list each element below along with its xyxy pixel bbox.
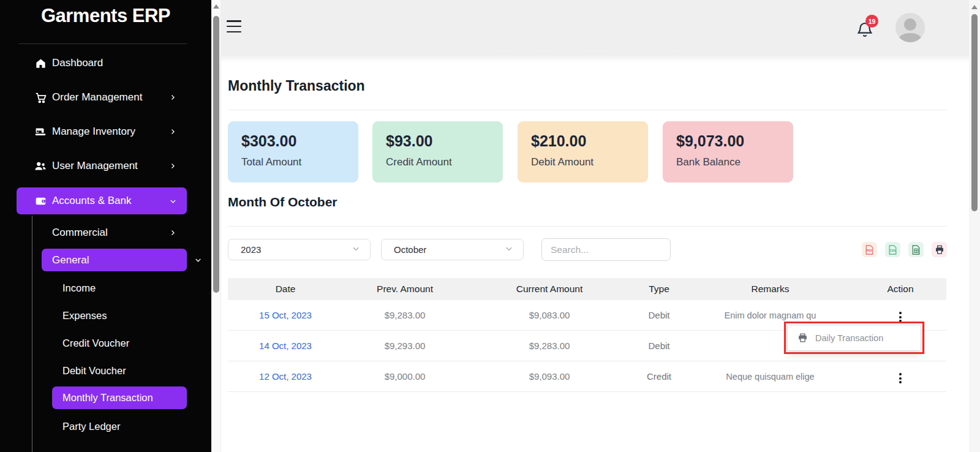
cart-icon <box>34 91 47 104</box>
sidebar-item-monthly-transaction[interactable]: Monthly Transaction <box>52 386 187 409</box>
sidebar-item-label: Dashboard <box>52 57 103 69</box>
brand-logo: Garments ERP <box>0 5 211 27</box>
stat-card-total-amount: $303.00 Total Amount <box>228 121 358 183</box>
chevron-down-icon <box>505 244 513 255</box>
stat-value: $9,073.00 <box>676 132 793 150</box>
prev-amount-cell: $9,000.00 <box>343 371 467 382</box>
svg-text:CSV: CSV <box>889 249 896 252</box>
current-amount-cell: $9,093.00 <box>467 371 632 382</box>
excel-export-button[interactable] <box>908 242 924 257</box>
search-input[interactable] <box>541 238 671 261</box>
chevron-right-icon <box>169 93 178 102</box>
col-header-date: Date <box>228 284 343 295</box>
topbar-shadow <box>221 54 969 62</box>
col-header-prev-amount: Prev. Amount <box>343 284 467 295</box>
avatar-person-icon <box>904 18 916 31</box>
stat-card-debit-amount: $210.00 Debit Amount <box>518 121 648 183</box>
chevron-right-icon <box>169 127 178 136</box>
sidebar-item-general[interactable]: General <box>42 249 187 271</box>
sidebar-item-label: Income <box>62 282 96 294</box>
date-link[interactable]: 14 Oct, 2023 <box>259 341 312 351</box>
type-cell: Debit <box>632 310 686 320</box>
sidebar-item-user-management[interactable]: User Management <box>0 153 211 179</box>
divider <box>228 226 946 227</box>
col-header-current-amount: Current Amount <box>467 284 632 295</box>
sidebar-item-debit-voucher[interactable]: Debit Voucher <box>0 358 211 383</box>
notifications-button[interactable]: 19 <box>856 15 881 40</box>
current-amount-cell: $9,283.00 <box>467 341 632 351</box>
csv-file-icon: CSV <box>888 245 897 255</box>
col-header-action: Action <box>854 284 946 295</box>
wallet-icon <box>34 194 47 208</box>
pdf-file-icon: PDF <box>865 245 874 255</box>
sidebar-scrollbar-thumb[interactable] <box>213 16 219 293</box>
topbar: 19 <box>221 0 969 54</box>
prev-amount-cell: $9,293.00 <box>343 341 467 351</box>
chevron-down-icon <box>169 197 178 205</box>
sidebar-item-party-ledger[interactable]: Party Ledger <box>0 414 211 439</box>
month-select[interactable]: October <box>381 239 524 260</box>
col-header-remarks: Remarks <box>686 284 854 295</box>
sidebar-item-income[interactable]: Income <box>0 276 211 300</box>
svg-text:PDF: PDF <box>867 249 873 252</box>
sidebar-item-expenses[interactable]: Expenses <box>0 303 211 328</box>
sidebar-item-label: Expenses <box>62 310 107 322</box>
row-actions-menu-icon[interactable] <box>894 309 907 325</box>
page-scrollbar-thumb[interactable] <box>971 14 978 211</box>
csv-export-button[interactable]: CSV <box>885 242 900 257</box>
table-header-row: Date Prev. Amount Current Amount Type Re… <box>228 278 946 300</box>
prev-amount-cell: $9,283.00 <box>343 310 467 320</box>
stat-value: $93.00 <box>386 132 503 150</box>
scroll-up-arrow-icon[interactable] <box>971 5 978 9</box>
notification-badge: 19 <box>865 15 878 28</box>
chevron-down-icon <box>194 256 203 265</box>
row-actions-menu-icon[interactable] <box>894 371 907 386</box>
stat-label: Credit Amount <box>386 156 503 168</box>
date-link[interactable]: 15 Oct, 2023 <box>259 310 312 320</box>
stat-value: $210.00 <box>531 132 648 150</box>
stat-card-credit-amount: $93.00 Credit Amount <box>372 121 503 183</box>
sidebar-item-label: User Management <box>52 160 138 172</box>
page-title: Monthly Transaction <box>228 78 365 94</box>
printer-icon <box>797 333 808 343</box>
sidebar-item-label: Debit Voucher <box>62 365 126 377</box>
sewing-machine-icon <box>34 125 47 138</box>
spreadsheet-icon <box>911 245 921 255</box>
sidebar-item-dashboard[interactable]: Dashboard <box>0 50 211 77</box>
sidebar-item-accounts-bank[interactable]: Accounts & Bank <box>17 187 187 214</box>
month-subtitle: Month Of October <box>228 195 337 209</box>
sidebar-scrollbar[interactable] <box>211 0 221 452</box>
type-cell: Credit <box>632 371 686 382</box>
chevron-down-icon <box>352 244 360 255</box>
avatar[interactable] <box>895 13 925 42</box>
sidebar-item-order-management[interactable]: Order Management <box>0 84 211 111</box>
type-cell: Debit <box>632 341 686 351</box>
main-area: 19 Monthly Transaction $303.00 Total Amo… <box>221 0 969 452</box>
stat-label: Bank Balance <box>676 156 793 168</box>
page-scrollbar[interactable] <box>969 0 980 452</box>
date-link[interactable]: 12 Oct, 2023 <box>259 371 312 382</box>
row-actions-dropdown: Daily Transaction <box>787 325 921 351</box>
sidebar-item-label: Monthly Transaction <box>62 392 153 404</box>
sidebar-item-credit-voucher[interactable]: Credit Voucher <box>0 331 211 355</box>
sidebar-divider <box>18 43 187 44</box>
scroll-up-arrow-icon[interactable] <box>213 4 219 9</box>
table-row: 12 Oct, 2023 $9,000.00 $9,093.00 Credit … <box>228 361 946 392</box>
printer-icon <box>935 245 944 255</box>
stat-label: Total Amount <box>241 156 358 168</box>
print-button[interactable] <box>932 242 947 257</box>
year-select[interactable]: 2023 <box>228 239 371 260</box>
daily-transaction-menu-item[interactable]: Daily Transaction <box>815 333 883 343</box>
sidebar-item-manage-inventory[interactable]: Manage Inventory <box>0 118 211 145</box>
stat-value: $303.00 <box>241 132 358 150</box>
stat-label: Debit Amount <box>531 156 648 168</box>
hamburger-menu-icon[interactable] <box>227 20 241 32</box>
sidebar: Garments ERP Dashboard Order Management … <box>0 0 211 452</box>
month-select-value: October <box>394 244 426 255</box>
chevron-right-icon <box>169 228 178 237</box>
sidebar-item-commercial[interactable]: Commercial <box>0 220 211 245</box>
sidebar-item-label: Credit Voucher <box>62 337 129 349</box>
sidebar-item-label: Order Management <box>52 91 142 104</box>
pdf-export-button[interactable]: PDF <box>862 242 877 257</box>
divider <box>228 110 946 110</box>
